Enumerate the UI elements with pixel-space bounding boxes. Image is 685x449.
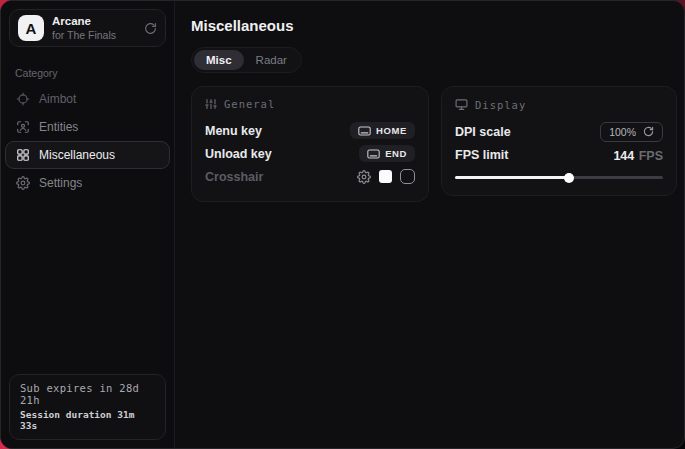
crosshair-icon — [16, 92, 30, 106]
sidebar-item-aimbot[interactable]: Aimbot — [5, 85, 170, 113]
sidebar-item-label: Aimbot — [39, 92, 76, 106]
sidebar-item-label: Miscellaneous — [39, 148, 115, 162]
refresh-icon[interactable] — [144, 22, 157, 35]
fps-limit-label: FPS limit — [455, 148, 508, 162]
general-panel: General Menu key HOME — [191, 86, 429, 202]
app-title: Arcane — [52, 15, 136, 28]
fps-limit-slider[interactable] — [455, 172, 663, 182]
menu-key-label: Menu key — [205, 124, 262, 138]
sidebar-spacer — [1, 197, 174, 366]
dpi-scale-row: DPI scale 100% — [455, 120, 663, 143]
page-title: Miscellaneous — [191, 17, 677, 34]
fps-limit-unit: FPS — [639, 149, 663, 163]
display-panel-header: Display — [455, 98, 663, 111]
rotate-icon[interactable] — [643, 126, 654, 137]
gear-icon — [16, 176, 30, 190]
panel-row: General Menu key HOME — [191, 86, 677, 202]
monitor-icon — [455, 98, 468, 111]
crosshair-settings-gear-icon[interactable] — [357, 170, 371, 184]
slider-fill — [455, 176, 569, 179]
sidebar-header-card: A Arcane for The Finals — [9, 9, 166, 47]
crosshair-label: Crosshair — [205, 170, 263, 184]
unload-key-value: END — [385, 148, 407, 159]
tab-radar[interactable]: Radar — [244, 50, 299, 70]
sub-expiry-text: Sub expires in 28d 21h — [20, 382, 155, 406]
sidebar-item-label: Settings — [39, 176, 82, 190]
scan-person-icon — [16, 120, 30, 134]
sidebar-item-miscellaneous[interactable]: Miscellaneous — [5, 141, 170, 169]
menu-key-value: HOME — [376, 125, 407, 136]
general-panel-title: General — [224, 98, 275, 110]
crosshair-color-swatch[interactable] — [379, 170, 392, 183]
main-content: Miscellaneous Misc Radar Gene — [175, 1, 685, 448]
app-window: A Arcane for The Finals Category — [0, 0, 685, 449]
session-duration-text: Session duration 31m 33s — [20, 409, 155, 431]
app-logo: A — [18, 15, 44, 41]
fps-limit-row: FPS limit 144 FPS — [455, 143, 663, 166]
dpi-scale-control[interactable]: 100% — [600, 122, 663, 142]
display-panel-title: Display — [475, 99, 526, 111]
crosshair-checkbox[interactable] — [400, 169, 415, 184]
sidebar-item-entities[interactable]: Entities — [5, 113, 170, 141]
tab-bar: Misc Radar — [191, 47, 302, 73]
crosshair-row: Crosshair — [205, 165, 415, 188]
category-label: Category — [15, 67, 174, 79]
fps-limit-value-group: 144 FPS — [613, 146, 663, 164]
display-panel: Display DPI scale 100% — [441, 86, 677, 196]
app-identity: Arcane for The Finals — [52, 15, 136, 40]
app-subtitle: for The Finals — [52, 29, 136, 41]
sidebar: A Arcane for The Finals Category — [1, 1, 175, 448]
slider-thumb[interactable] — [564, 173, 574, 183]
subscription-info-card: Sub expires in 28d 21h Session duration … — [9, 374, 166, 440]
sidebar-nav: Aimbot Entities — [1, 85, 174, 197]
general-panel-header: General — [205, 98, 415, 110]
unload-key-row: Unload key END — [205, 142, 415, 165]
sliders-icon — [205, 98, 217, 110]
unload-key-label: Unload key — [205, 147, 272, 161]
dpi-scale-value: 100% — [609, 126, 636, 138]
dpi-scale-label: DPI scale — [455, 125, 511, 139]
menu-key-binding[interactable]: HOME — [350, 122, 415, 139]
fps-limit-value: 144 — [613, 149, 634, 163]
menu-key-row: Menu key HOME — [205, 119, 415, 142]
tab-misc[interactable]: Misc — [194, 50, 244, 70]
unload-key-binding[interactable]: END — [359, 145, 415, 162]
desktop-background: A Arcane for The Finals Category — [0, 0, 685, 449]
keyboard-icon — [358, 126, 371, 136]
sidebar-item-settings[interactable]: Settings — [5, 169, 170, 197]
crosshair-controls — [357, 169, 415, 184]
grid-icon — [16, 148, 30, 162]
keyboard-icon — [367, 149, 380, 159]
sidebar-item-label: Entities — [39, 120, 78, 134]
